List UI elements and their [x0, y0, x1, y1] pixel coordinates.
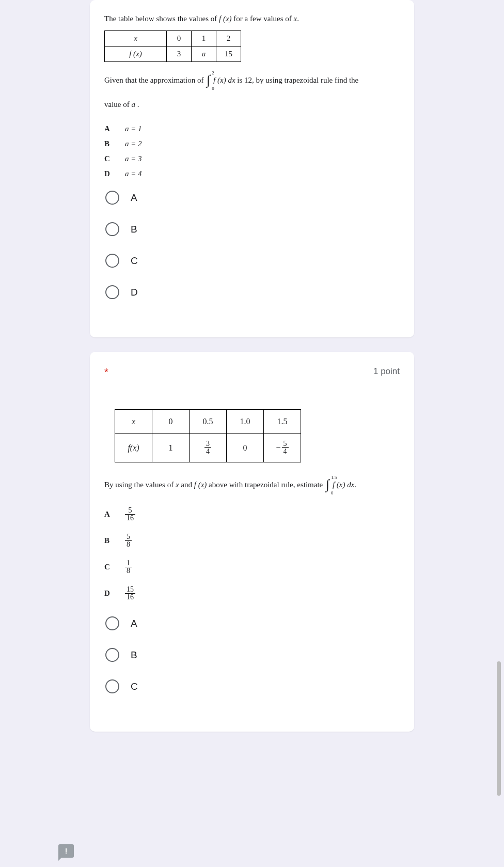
cell: a: [192, 47, 216, 62]
radio-label: A: [131, 192, 137, 204]
cell: 15: [216, 47, 241, 62]
frac-d: 16: [125, 594, 135, 601]
cell: 0: [227, 434, 264, 462]
integral-icon: ∫ 2 0: [207, 73, 210, 89]
cell: 0.5: [190, 410, 227, 434]
cell: 2: [216, 31, 241, 47]
q2-table: x 0 0.5 1.0 1.5 f(x) 1 34 0 −54: [115, 409, 301, 462]
radio-icon: [105, 222, 119, 236]
fx: f (x): [219, 14, 232, 23]
cell: 34: [190, 434, 227, 462]
choice-label: D: [104, 169, 125, 178]
cell: 3: [167, 47, 192, 62]
q1-radio-group: A B C D: [104, 191, 400, 299]
radio-option-c[interactable]: C: [105, 679, 400, 693]
cell: f (x): [105, 47, 167, 62]
radio-option-b[interactable]: B: [105, 222, 400, 236]
int-lower: 0: [331, 490, 334, 496]
scrollbar-thumb[interactable]: [497, 661, 501, 767]
q1-valueof: value of a .: [104, 100, 400, 109]
choice-text: a = 4: [125, 169, 142, 178]
choice-label: B: [104, 536, 125, 545]
radio-option-a[interactable]: A: [105, 191, 400, 205]
frac-d: 8: [125, 541, 132, 548]
q1-given: Given that the approximation of ∫ 2 0 f …: [104, 73, 400, 89]
cell: 1: [152, 434, 190, 462]
radio-option-a[interactable]: A: [105, 616, 400, 630]
cell: 1: [192, 31, 216, 47]
radio-label: B: [131, 224, 137, 235]
cell: 0: [152, 410, 190, 434]
fx: f (x) dx: [333, 481, 354, 489]
choice-label: A: [104, 125, 125, 133]
question-card-2: * 1 point x 0 0.5 1.0 1.5 f(x) 1 34 0 −5…: [90, 352, 414, 732]
radio-icon: [105, 616, 119, 630]
radio-icon: [105, 191, 119, 205]
text: for a few values of: [232, 14, 294, 23]
text: Given that the approximation of: [104, 76, 206, 84]
frac-n: 5: [282, 440, 289, 448]
radio-option-c[interactable]: C: [105, 254, 400, 268]
var: x: [176, 481, 179, 489]
radio-label: C: [131, 255, 138, 267]
q2-radio-group: A B C: [104, 616, 400, 693]
text: .: [297, 14, 299, 23]
cell: x: [115, 410, 152, 434]
choice-label: C: [104, 154, 125, 163]
question-card-1: The table below shows the values of f (x…: [90, 0, 414, 337]
choice-text: a = 2: [125, 140, 142, 148]
frac-n: 5: [125, 533, 132, 541]
integral-icon: ∫ 1.5 0: [326, 478, 329, 493]
text: and: [179, 481, 194, 489]
points-label: 1 point: [373, 366, 400, 377]
q1-mc-list: Aa = 1 Ba = 2 Ca = 3 Da = 4: [104, 125, 400, 178]
cell: 1.5: [264, 410, 301, 434]
choice-label: B: [104, 140, 125, 148]
text: .: [135, 100, 139, 109]
text: above with trapezoidal rule, estimate: [207, 481, 325, 489]
q2-mc-list: A516 B58 C18 D1516: [104, 507, 400, 601]
frac-d: 16: [125, 515, 135, 522]
required-asterisk: *: [104, 366, 108, 378]
radio-label: A: [131, 618, 137, 629]
choice-text: a = 1: [125, 125, 142, 133]
frac-n: 1: [125, 560, 132, 567]
int-lower: 0: [212, 86, 214, 91]
q2-statement: By using the values of x and f (x) above…: [104, 478, 400, 493]
q1-intro: The table below shows the values of f (x…: [104, 14, 400, 23]
frac-d: 8: [125, 567, 132, 575]
choice-text: a = 3: [125, 154, 142, 163]
cell: 1.0: [227, 410, 264, 434]
text: The table below shows the values of: [104, 14, 219, 23]
radio-icon: [105, 285, 119, 299]
text: value of: [104, 100, 131, 109]
choice-label: D: [104, 589, 125, 598]
frac-n: 5: [125, 507, 135, 515]
radio-option-b[interactable]: B: [105, 648, 400, 662]
frac-n: 15: [125, 586, 135, 594]
radio-icon: [105, 648, 119, 662]
fx: f (x): [194, 481, 207, 489]
minus: −: [276, 443, 280, 453]
frac-d: 4: [282, 448, 289, 455]
cell: −54: [264, 434, 301, 462]
int-upper: 1.5: [331, 475, 337, 480]
radio-label: B: [131, 649, 137, 661]
radio-option-d[interactable]: D: [105, 285, 400, 299]
text: is 12, by using trapezoidal rule find th…: [235, 76, 359, 84]
radio-icon: [105, 679, 119, 693]
var: a: [131, 100, 135, 109]
cell: f(x): [115, 434, 152, 462]
radio-icon: [105, 254, 119, 268]
radio-label: C: [131, 681, 138, 692]
int-upper: 2: [212, 70, 214, 75]
fx: f (x) dx: [213, 76, 235, 84]
frac-d: 4: [204, 448, 211, 455]
frac-n: 3: [204, 440, 211, 448]
cell: x: [105, 31, 167, 47]
text: .: [354, 481, 356, 489]
q2-header: * 1 point: [104, 366, 400, 378]
text: By using the values of: [104, 481, 176, 489]
cell: 0: [167, 31, 192, 47]
choice-label: C: [104, 563, 125, 571]
